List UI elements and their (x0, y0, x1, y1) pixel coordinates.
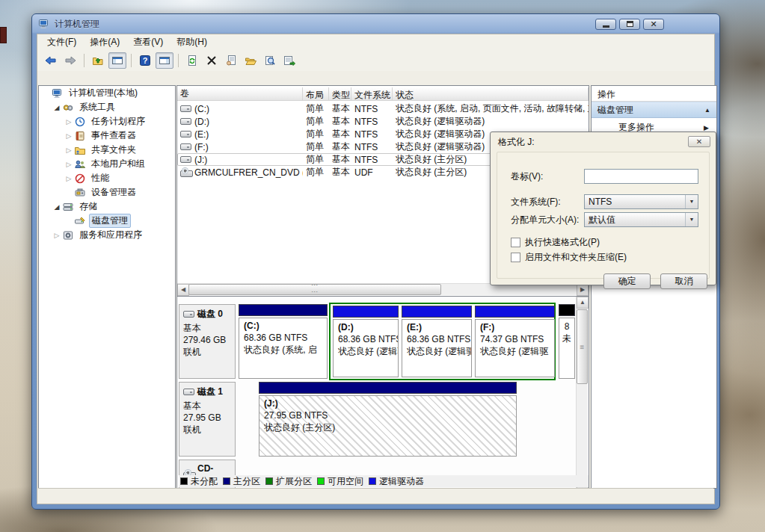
expander-collapsed-icon[interactable] (64, 175, 73, 182)
dvd-drive-icon (180, 167, 191, 177)
dialog-title-bar[interactable]: 格式化 J: (491, 132, 716, 152)
show-action-pane-button[interactable] (156, 52, 173, 69)
toolbar-separator (178, 54, 179, 67)
legend-extended: 扩展分区 (265, 475, 312, 488)
menu-action[interactable]: 操作(A) (83, 34, 126, 51)
expander-expanded-icon[interactable] (52, 104, 61, 111)
toolbar: ? (37, 50, 715, 71)
legend-logical-drive: 逻辑驱动器 (369, 475, 424, 488)
expander-collapsed-icon[interactable] (64, 146, 73, 154)
column-filesystem[interactable]: 文件系统 (351, 87, 393, 100)
sidebar-item-device-manager[interactable]: 设备管理器 (39, 185, 175, 200)
sidebar-item-disk-management[interactable]: 磁盘管理 (39, 214, 175, 228)
back-button[interactable] (42, 52, 60, 69)
legend-swatch (223, 477, 230, 485)
collapse-icon[interactable] (704, 106, 710, 114)
sidebar-item-services-applications[interactable]: 服务和应用程序 (39, 228, 175, 242)
allocation-unit-select[interactable]: 默认值 (584, 212, 698, 227)
partition-c[interactable]: (C:)68.36 GB NTFS状态良好 (系统, 启 (239, 304, 328, 379)
column-volume[interactable]: 卷 (177, 87, 303, 100)
sidebar-item-task-scheduler[interactable]: 任务计划程序 (39, 114, 175, 129)
expander-expanded-icon[interactable] (52, 203, 61, 211)
disk-icon (183, 311, 194, 318)
volume-row-d[interactable]: (D:) 简单 基本 NTFS 状态良好 (逻辑驱动器) (177, 115, 589, 128)
menu-view[interactable]: 查看(V) (126, 34, 170, 51)
up-folder-button[interactable] (89, 52, 107, 69)
system-tools-icon (62, 102, 74, 114)
menu-file[interactable]: 文件(F) (40, 34, 83, 51)
checkbox-icon[interactable] (511, 238, 520, 247)
scrollbar-thumb[interactable] (188, 284, 441, 295)
open-button[interactable] (242, 52, 259, 69)
partition-j[interactable]: (J:)27.95 GB NTFS状态良好 (主分区) (259, 382, 517, 457)
expander-collapsed-icon[interactable] (64, 161, 73, 168)
sidebar-item-computer-management[interactable]: 计算机管理(本地) (39, 86, 175, 100)
partition-f[interactable]: (F:)74.37 GB NTFS状态良好 (逻辑驱 (475, 306, 555, 377)
back-icon (45, 55, 57, 66)
performance-icon (74, 173, 86, 185)
file-system-select[interactable]: NTFS (584, 194, 698, 209)
sidebar-item-performance[interactable]: 性能 (39, 171, 175, 185)
actions-header: 操作 (592, 86, 716, 102)
task-scheduler-icon (74, 116, 86, 128)
partition-d[interactable]: (D:)68.36 GB NTFS状态良好 (逻辑驱 (333, 306, 399, 377)
search-icon (264, 55, 276, 66)
checkbox-icon[interactable] (511, 253, 520, 262)
sidebar-item-local-users-groups[interactable]: 本地用户和组 (39, 157, 175, 171)
expander-collapsed-icon[interactable] (64, 132, 73, 140)
column-type[interactable]: 类型 (329, 87, 351, 100)
expander-collapsed-icon[interactable] (52, 232, 61, 239)
title-bar[interactable]: 计算机管理 ✕ (32, 14, 719, 34)
svg-text:?: ? (143, 56, 148, 65)
close-button[interactable]: ✕ (643, 19, 664, 30)
disk-1-label[interactable]: 磁盘 1 基本 27.95 GB 联机 (179, 382, 236, 457)
minimize-button[interactable] (595, 19, 616, 30)
export-list-icon (283, 55, 295, 66)
maximize-button[interactable] (619, 19, 640, 30)
status-bar (38, 488, 713, 503)
shared-folders-icon (74, 144, 86, 156)
partition-unallocated[interactable]: 8未 (559, 304, 575, 379)
partition-e[interactable]: (E:)68.36 GB NTFS状态良好 (逻辑驱 (402, 306, 472, 377)
vertical-scrollbar[interactable]: ▲ ▼ (576, 297, 588, 489)
help-icon: ? (139, 55, 151, 66)
sidebar-item-system-tools[interactable]: 系统工具 (39, 100, 175, 114)
help-button[interactable]: ? (136, 52, 154, 69)
cancel-button[interactable]: 取消 (660, 273, 707, 289)
volume-label-input[interactable] (584, 169, 698, 184)
console-tree-icon (111, 55, 123, 66)
toolbar-separator (131, 54, 132, 67)
sidebar-item-shared-folders[interactable]: 共享文件夹 (39, 143, 175, 157)
show-console-tree-button[interactable] (108, 52, 126, 69)
export-list-button[interactable] (280, 52, 298, 69)
sidebar-item-event-viewer[interactable]: 事件查看器 (39, 129, 175, 143)
scroll-right-icon[interactable]: ▶ (577, 284, 589, 296)
search-button[interactable] (261, 52, 279, 69)
column-layout[interactable]: 布局 (303, 87, 329, 100)
compression-checkbox[interactable]: 启用文件和文件夹压缩(E) (511, 251, 627, 263)
legend-swatch (180, 477, 188, 485)
scroll-left-icon[interactable]: ◀ (177, 284, 189, 296)
action-pane-icon (159, 55, 170, 66)
device-manager-icon (74, 187, 86, 199)
actions-group-disk-management[interactable]: 磁盘管理 (592, 102, 716, 118)
expander-collapsed-icon[interactable] (64, 118, 73, 126)
delete-button[interactable] (203, 52, 221, 69)
menu-help[interactable]: 帮助(H) (170, 34, 214, 51)
dialog-close-button[interactable]: ✕ (688, 136, 710, 147)
volume-row-c[interactable]: (C:) 简单 基本 NTFS 状态良好 (系统, 启动, 页面文件, 活动, … (177, 102, 589, 115)
scroll-up-icon[interactable]: ▲ (577, 297, 589, 309)
column-status[interactable]: 状态 (393, 87, 589, 100)
quick-format-checkbox[interactable]: 执行快速格式化(P) (511, 236, 600, 248)
refresh-button[interactable] (183, 52, 201, 69)
legend-unallocated: 未分配 (180, 475, 218, 488)
forward-button[interactable] (61, 52, 79, 69)
properties-button[interactable] (222, 52, 240, 69)
scrollbar-thumb[interactable] (577, 309, 588, 384)
sidebar-item-storage[interactable]: 存储 (39, 200, 175, 214)
chevron-down-icon[interactable] (685, 213, 698, 226)
ok-button[interactable]: 确定 (603, 273, 651, 289)
chevron-down-icon[interactable] (685, 195, 698, 208)
disk-0-label[interactable]: 磁盘 0 基本 279.46 GB 联机 (179, 304, 236, 379)
toolbar-separator (84, 54, 85, 67)
